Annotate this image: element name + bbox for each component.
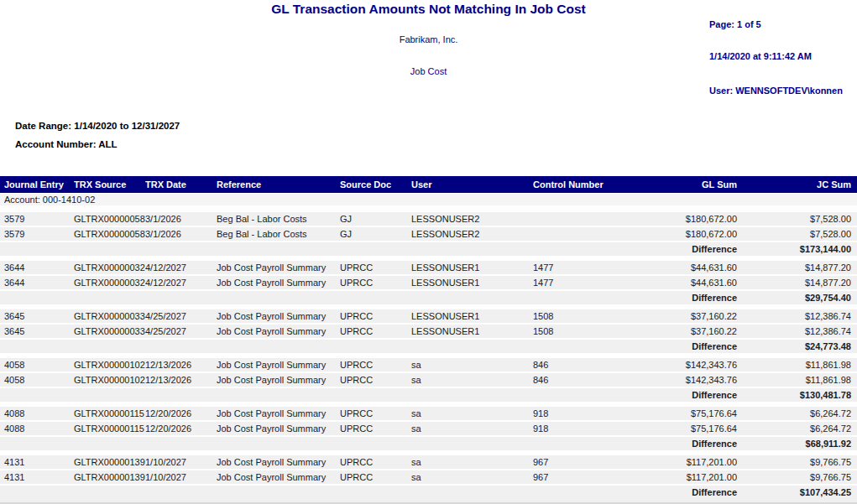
cell-reference: Job Cost Payroll Summary [217,407,340,420]
table-row: 4131GLTRX000001391/10/2027Job Cost Payro… [0,470,857,484]
cell-user: sa [411,373,533,387]
cell-gl-sum: $37,160.22 [638,309,739,323]
cell-control-number: 1508 [533,325,638,338]
transaction-group: 3579GLTRX000000583/1/2026Beg Bal - Labor… [0,212,857,256]
difference-row: Difference$130,481.78 [0,388,857,402]
cell-trx-date: 1/10/2027 [145,470,217,484]
date-range-label: Date Range: 1/14/2020 to 12/31/2027 [15,121,180,131]
column-header-control-number: Control Number [533,179,638,190]
cell-user: sa [411,407,533,420]
cell-jc-sum: $11,861.98 [739,358,853,372]
cell-trx-date: 12/20/2026 [145,422,217,435]
cell-journal-entry: 4131 [4,455,74,469]
table-row: 3645GLTRX000000334/25/2027Job Cost Payro… [0,309,857,323]
table-row: 3579GLTRX000000583/1/2026Beg Bal - Labor… [0,212,857,226]
difference-value: $24,773.48 [739,340,853,353]
column-header-trx-source: TRX Source [74,179,145,190]
company-name: Fabrikam, Inc. [0,34,857,44]
cell-trx-date: 4/25/2027 [145,309,217,323]
difference-label: Difference [4,291,739,304]
report-title: GL Transaction Amounts Not Matching In J… [0,2,857,17]
cell-trx-date: 3/1/2026 [145,227,217,241]
column-header-source-doc: Source Doc [340,179,411,190]
cell-trx-source: GLTRX00000115 [74,422,145,435]
cell-reference: Job Cost Payroll Summary [217,261,340,274]
column-header-journal-entry: Journal Entry [4,179,74,190]
cell-journal-entry: 4131 [4,470,74,484]
table-row: 4058GLTRX0000010212/13/2026Job Cost Payr… [0,358,857,372]
table-row: 4131GLTRX000001391/10/2027Job Cost Payro… [0,455,857,469]
cell-control-number: 1477 [533,261,638,274]
cell-gl-sum: $180,672.00 [638,212,739,226]
cell-user: LESSONUSER1 [411,325,533,338]
cell-jc-sum: $6,264.72 [739,407,853,420]
account-number-label: Account Number: ALL [15,139,118,149]
cell-source-doc: GJ [340,212,411,226]
table-header-row: Journal Entry TRX Source TRX Date Refere… [0,176,857,193]
cell-journal-entry: 3645 [4,325,74,338]
table-row: 3579GLTRX000000583/1/2026Beg Bal - Labor… [0,227,857,241]
cell-reference: Job Cost Payroll Summary [217,358,340,372]
cell-source-doc: UPRCC [340,422,411,435]
cell-gl-sum: $180,672.00 [638,227,739,241]
next-row-partial-band [0,499,857,504]
account-group-row: Account: 000-1410-02 [0,194,857,205]
cell-user: LESSONUSER2 [411,227,533,241]
cell-jc-sum: $12,386.74 [739,325,853,338]
table-row: 4088GLTRX0000011512/20/2026Job Cost Payr… [0,422,857,435]
cell-jc-sum: $7,528.00 [739,227,853,241]
cell-jc-sum: $9,766.75 [739,455,853,469]
difference-value: $107,434.25 [739,486,853,499]
cell-source-doc: UPRCC [340,309,411,323]
cell-gl-sum: $75,176.64 [638,407,739,420]
column-header-gl-sum: GL Sum [638,179,739,190]
cell-jc-sum: $9,766.75 [739,470,853,484]
cell-trx-source: GLTRX00000102 [74,373,145,387]
cell-source-doc: UPRCC [340,470,411,484]
difference-value: $68,911.92 [739,437,853,450]
cell-jc-sum: $14,877.20 [739,276,853,289]
column-header-jc-sum: JC Sum [739,179,853,190]
page-number: Page: 1 of 5 [709,19,761,29]
cell-reference: Job Cost Payroll Summary [217,422,340,435]
cell-gl-sum: $37,160.22 [638,325,739,338]
cell-reference: Job Cost Payroll Summary [217,373,340,387]
transaction-group: 3645GLTRX000000334/25/2027Job Cost Payro… [0,309,857,353]
cell-control-number: 967 [533,455,638,469]
cell-trx-source: GLTRX00000139 [74,455,145,469]
cell-source-doc: UPRCC [340,325,411,338]
transaction-group: 4088GLTRX0000011512/20/2026Job Cost Payr… [0,407,857,450]
cell-user: LESSONUSER1 [411,261,533,274]
cell-jc-sum: $14,877.20 [739,261,853,274]
cell-journal-entry: 3645 [4,309,74,323]
cell-control-number: 1477 [533,276,638,289]
difference-row: Difference$68,911.92 [0,437,857,450]
cell-trx-source: GLTRX00000033 [74,309,145,323]
table-row: 4088GLTRX0000011512/20/2026Job Cost Payr… [0,407,857,420]
cell-user: sa [411,455,533,469]
cell-trx-source: GLTRX00000139 [74,470,145,484]
report-datetime: 1/14/2020 at 9:11:42 AM [709,51,812,61]
table-row: 3644GLTRX000000324/12/2027Job Cost Payro… [0,261,857,274]
cell-reference: Job Cost Payroll Summary [217,325,340,338]
cell-user: sa [411,358,533,372]
cell-source-doc: UPRCC [340,373,411,387]
cell-user: LESSONUSER2 [411,212,533,226]
cell-control-number: 1508 [533,309,638,323]
cell-gl-sum: $142,343.76 [638,373,739,387]
cell-source-doc: UPRCC [340,261,411,274]
cell-source-doc: UPRCC [340,276,411,289]
table-row: 3645GLTRX000000334/25/2027Job Cost Payro… [0,325,857,338]
cell-trx-source: GLTRX00000115 [74,407,145,420]
difference-value: $130,481.78 [739,388,853,402]
cell-trx-source: GLTRX00000032 [74,276,145,289]
transaction-group: 3644GLTRX000000324/12/2027Job Cost Payro… [0,261,857,304]
account-group-label: Account: 000-1410-02 [4,195,95,205]
cell-reference: Job Cost Payroll Summary [217,309,340,323]
cell-source-doc: UPRCC [340,358,411,372]
transaction-group: 4058GLTRX0000010212/13/2026Job Cost Payr… [0,358,857,402]
cell-reference: Job Cost Payroll Summary [217,455,340,469]
cell-jc-sum: $12,386.74 [739,309,853,323]
transaction-group: 4131GLTRX000001391/10/2027Job Cost Payro… [0,455,857,499]
cell-journal-entry: 4088 [4,407,74,420]
